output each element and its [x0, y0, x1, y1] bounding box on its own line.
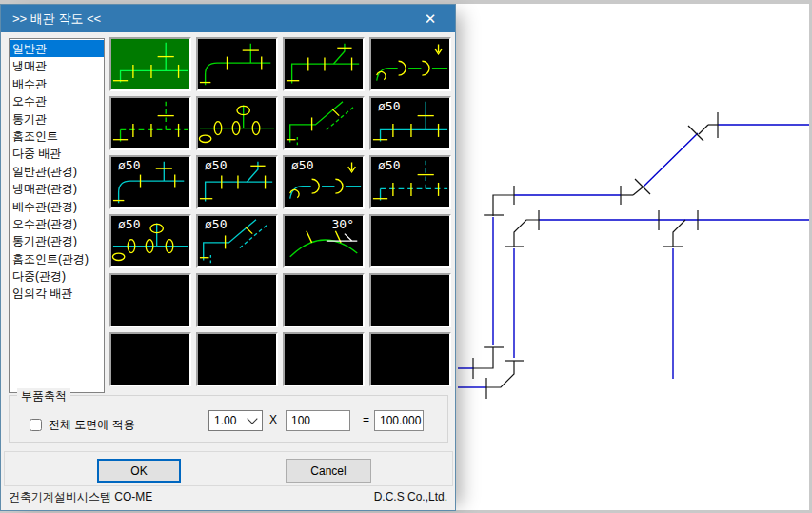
list-item-10[interactable]: 배수관(관경)	[10, 198, 104, 215]
pipe-draw-dialog: >> 배관 작도 << ✕ 일반관냉매관배수관오수관통기관홈조인트다중 배관일반…	[0, 4, 456, 511]
dialog-statusbar: 건축기계설비시스템 CO-ME D.C.S Co.,Ltd.	[1, 485, 455, 510]
chevron-down-icon	[247, 413, 257, 424]
tile-diameter-label: ø50	[291, 158, 313, 172]
list-item-12[interactable]: 통기관(관경)	[10, 232, 104, 249]
pipe-thumbnail-valves[interactable]	[196, 96, 278, 150]
tile-diameter-label: 30°	[332, 217, 354, 231]
buttons-frame	[4, 451, 453, 486]
tile-diameter-label: ø50	[205, 158, 227, 172]
list-item-15[interactable]: 임의각 배관	[10, 285, 104, 302]
tile-diameter-label: ø50	[378, 99, 400, 113]
pipe-thumbnail-empty[interactable]	[283, 332, 365, 386]
pipe-thumbnail-empty[interactable]	[196, 332, 278, 386]
list-item-5[interactable]: 통기관	[10, 110, 104, 128]
ok-button[interactable]: OK	[97, 459, 181, 483]
apply-whole-drawing-label: 전체 도면에 적용	[49, 417, 135, 433]
equals-label: =	[363, 413, 369, 426]
cancel-button[interactable]: Cancel	[286, 459, 371, 483]
list-item-9[interactable]: 냉매관(관경)	[10, 180, 104, 197]
result-scale-input[interactable]	[374, 410, 424, 431]
times-label: X	[269, 413, 277, 426]
tile-diameter-label: ø50	[205, 217, 227, 231]
scale-factor-value: 1.00	[214, 414, 236, 427]
list-item-14[interactable]: 다중(관경)	[10, 267, 104, 285]
pipe-thumbnail-empty[interactable]	[369, 214, 451, 268]
pipe-thumbnail-crossover[interactable]	[369, 37, 451, 91]
pipe-type-list[interactable]: 일반관냉매관배수관오수관통기관홈조인트다중 배관일반관(관경)냉매관(관경)배수…	[9, 38, 105, 393]
statusbar-app-name: 건축기계설비시스템 CO-ME	[9, 489, 152, 505]
list-item-3[interactable]: 배수관	[10, 75, 104, 92]
pipe-thumbnail-dashed-dia[interactable]: ø50	[369, 155, 451, 209]
tile-diameter-label: ø50	[378, 158, 400, 172]
pipe-thumbnail-empty[interactable]	[109, 332, 191, 386]
pipe-thumbnail-arc30[interactable]: 30°	[283, 214, 365, 268]
pipe-thumbnail-branch45[interactable]	[283, 37, 365, 91]
pipe-thumbnail-empty[interactable]	[109, 273, 191, 327]
pipe-thumbnail-riser45[interactable]	[283, 96, 365, 150]
pipe-thumbnail-empty[interactable]	[369, 332, 451, 386]
close-icon[interactable]: ✕	[413, 5, 447, 32]
pipe-thumbnail-empty[interactable]	[196, 273, 278, 327]
pipe-thumbnail-crossover-dia[interactable]: ø50	[283, 155, 365, 209]
list-item-7[interactable]: 다중 배관	[10, 145, 104, 162]
pipe-thumbnail-valves-dia[interactable]: ø50	[109, 214, 191, 268]
pipe-thumbnail-corner-tee-dia[interactable]: ø50	[369, 96, 451, 150]
pipe-thumbnail-riser45-dia[interactable]: ø50	[196, 214, 278, 268]
pipe-thumbnail-grid: ø50ø50ø50ø50ø50ø50ø5030°	[109, 37, 451, 386]
scale-factor-combobox[interactable]: 1.00	[208, 410, 263, 431]
list-item-1[interactable]: 일반관	[10, 40, 104, 57]
pipe-thumbnail-branch45-dia[interactable]: ø50	[196, 155, 278, 209]
list-item-6[interactable]: 홈조인트	[10, 128, 104, 145]
pipe-thumbnail-empty[interactable]	[283, 273, 365, 327]
dialog-title: >> 배관 작도 <<	[12, 10, 101, 28]
list-item-13[interactable]: 홈조인트(관경)	[10, 250, 104, 267]
list-item-2[interactable]: 냉매관	[10, 57, 104, 74]
base-scale-input[interactable]	[286, 410, 350, 431]
list-item-11[interactable]: 오수관(관경)	[10, 215, 104, 232]
part-scale-group-label: 부품축척	[17, 388, 70, 404]
pipe-thumbnail-empty[interactable]	[369, 273, 451, 327]
statusbar-company: D.C.S Co.,Ltd.	[374, 490, 447, 503]
list-item-4[interactable]: 오수관	[10, 92, 104, 109]
pipe-thumbnail-corner-tee[interactable]	[109, 37, 191, 91]
apply-whole-drawing-checkbox[interactable]	[30, 419, 42, 431]
pipe-thumbnail-elbow-dia[interactable]: ø50	[109, 155, 191, 209]
pipe-thumbnail-elbow[interactable]	[196, 37, 278, 91]
dialog-titlebar[interactable]: >> 배관 작도 << ✕	[1, 5, 455, 32]
tile-diameter-label: ø50	[118, 158, 140, 172]
tile-diameter-label: ø50	[118, 217, 140, 231]
pipe-thumbnail-dashed[interactable]	[109, 96, 191, 150]
list-item-8[interactable]: 일반관(관경)	[10, 163, 104, 180]
apply-whole-drawing-row: 전체 도면에 적용	[30, 417, 135, 433]
